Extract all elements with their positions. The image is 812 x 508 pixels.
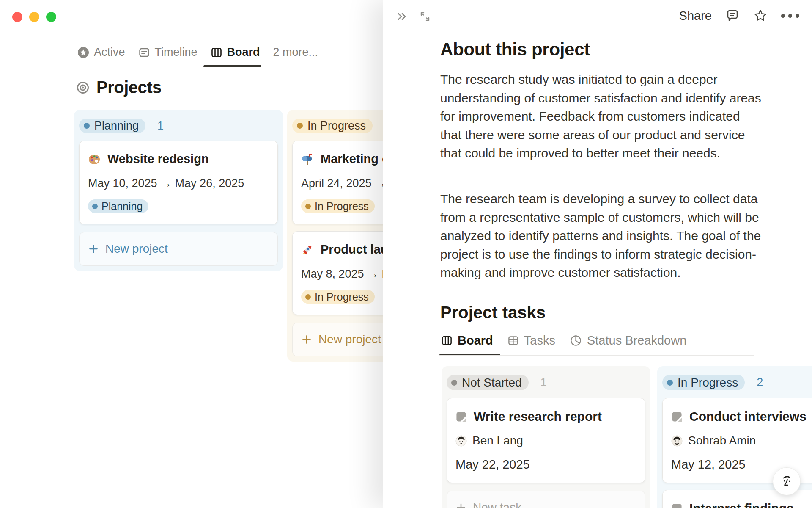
close-window-button[interactable] — [12, 12, 22, 22]
tab-tasks-table-label: Tasks — [524, 334, 555, 348]
peek-panel: Share About this project The research st… — [383, 0, 812, 508]
card-status-tag: In Progress — [301, 290, 375, 304]
tab-status-breakdown[interactable]: Status Breakdown — [570, 334, 686, 348]
close-peek-chevrons-icon[interactable] — [395, 10, 409, 23]
yellow-dot-icon — [305, 204, 311, 209]
blue-dot-icon — [92, 204, 98, 209]
timeline-icon — [138, 47, 150, 58]
table-icon — [508, 335, 519, 346]
card-title: Website redesign — [107, 152, 209, 166]
avatar-ben-lang — [455, 435, 467, 447]
panel-left-controls — [395, 9, 432, 24]
tab-tasks-board-label: Board — [458, 334, 493, 348]
target-icon — [76, 81, 90, 94]
task-title: Interpret findings — [689, 501, 794, 508]
expand-page-icon[interactable] — [418, 9, 432, 24]
blue-dot-icon — [667, 380, 673, 386]
section-heading-tasks: Project tasks — [440, 303, 546, 322]
plus-icon — [301, 334, 312, 345]
tab-board-label: Board — [227, 46, 260, 59]
share-button[interactable]: Share — [679, 9, 712, 23]
mailbox-icon — [301, 153, 314, 166]
board-view-icon — [441, 335, 453, 346]
new-project-label: New project — [318, 333, 381, 346]
pie-chart-icon — [570, 334, 582, 347]
blue-dot-icon — [84, 123, 90, 129]
avatar-sohrab-amin — [671, 435, 683, 447]
tab-board[interactable]: Board — [211, 46, 260, 59]
selected-tab-underline — [203, 65, 261, 67]
plus-icon — [455, 502, 466, 508]
task-assignee: Ben Lang — [472, 434, 523, 447]
in-progress-pill-label: In Progress — [307, 119, 366, 133]
tab-timeline[interactable]: Timeline — [138, 46, 198, 59]
tab-timeline-label: Timeline — [155, 46, 198, 59]
planning-pill-label: Planning — [94, 119, 139, 133]
in-progress-status-pill[interactable]: In Progress — [292, 119, 373, 133]
more-options-icon[interactable] — [781, 14, 799, 18]
tab-more[interactable]: 2 more... — [273, 46, 318, 59]
not-started-count: 1 — [540, 376, 547, 389]
plus-icon — [88, 243, 99, 254]
tasks-view-tabs: Board Tasks Status Breakdown — [441, 334, 686, 348]
palette-icon — [88, 153, 101, 166]
not-started-pill-label: Not Started — [462, 376, 522, 389]
page-icon — [671, 411, 683, 422]
column-planning: Planning 1 Website redesign May 10, 2025… — [74, 110, 283, 271]
in-progress-status-pill[interactable]: In Progress — [662, 375, 745, 390]
task-title: Write research report — [474, 409, 602, 424]
panel-toolbar: Share — [679, 8, 799, 23]
favorite-star-icon[interactable] — [753, 8, 768, 23]
view-tabs: Active Timeline Board 2 more... — [77, 46, 318, 59]
tasks-tabs-divider — [439, 355, 754, 356]
page-title: Projects — [96, 78, 162, 97]
yellow-dot-icon — [297, 123, 303, 129]
planning-status-pill[interactable]: Planning — [79, 119, 145, 133]
new-project-button-planning[interactable]: New project — [79, 232, 278, 266]
comments-icon[interactable] — [725, 8, 740, 23]
zoom-window-button[interactable] — [46, 12, 56, 22]
new-project-label: New project — [105, 242, 168, 256]
new-task-label: New task — [473, 501, 521, 508]
card-status-tag-label: In Progress — [315, 291, 369, 303]
task-date: May 22, 2025 — [455, 458, 636, 472]
tab-more-label: 2 more... — [273, 46, 318, 59]
page-icon — [455, 411, 467, 422]
card-status-tag-label: In Progress — [315, 200, 369, 213]
section-heading-about: About this project — [440, 39, 590, 60]
page-icon — [671, 503, 683, 508]
in-progress-pill-label: In Progress — [678, 376, 738, 389]
gray-dot-icon — [451, 380, 457, 386]
column-not-started: Not Started 1 Write research report Ben … — [442, 366, 650, 508]
in-progress-count: 2 — [757, 376, 763, 389]
rocket-icon — [301, 243, 314, 256]
about-paragraph-1: The research study was initiated to gain… — [440, 70, 763, 163]
card-status-tag: Planning — [88, 199, 148, 213]
about-paragraph-2: The research team is developing a survey… — [440, 190, 763, 282]
tab-active[interactable]: Active — [77, 46, 125, 59]
notion-ai-button[interactable] — [773, 467, 801, 495]
star-circle-icon — [77, 47, 89, 58]
tab-status-breakdown-label: Status Breakdown — [587, 334, 686, 348]
tab-active-label: Active — [94, 46, 125, 59]
task-assignee: Sohrab Amin — [688, 434, 756, 447]
card-status-tag-label: Planning — [102, 200, 143, 213]
window-controls — [12, 12, 56, 22]
database-title-row: Projects — [76, 78, 162, 97]
minimize-window-button[interactable] — [29, 12, 39, 22]
task-title: Conduct interviews — [689, 409, 807, 424]
project-card-website-redesign[interactable]: Website redesign May 10, 2025 → May 26, … — [79, 141, 278, 224]
not-started-status-pill[interactable]: Not Started — [447, 375, 529, 390]
card-date-range: May 10, 2025 → May 26, 2025 — [88, 177, 269, 190]
tab-tasks-board[interactable]: Board — [441, 334, 493, 348]
new-task-button[interactable]: New task — [447, 491, 645, 508]
task-card-write-research-report[interactable]: Write research report Ben Lang May 22, 2… — [447, 398, 645, 483]
column-planning-header: Planning 1 — [79, 119, 278, 133]
board-view-icon — [211, 47, 222, 58]
card-status-tag: In Progress — [301, 199, 375, 213]
ai-face-icon — [778, 473, 795, 490]
yellow-dot-icon — [305, 294, 311, 300]
tab-tasks-table[interactable]: Tasks — [508, 334, 555, 348]
planning-count: 1 — [157, 119, 164, 133]
